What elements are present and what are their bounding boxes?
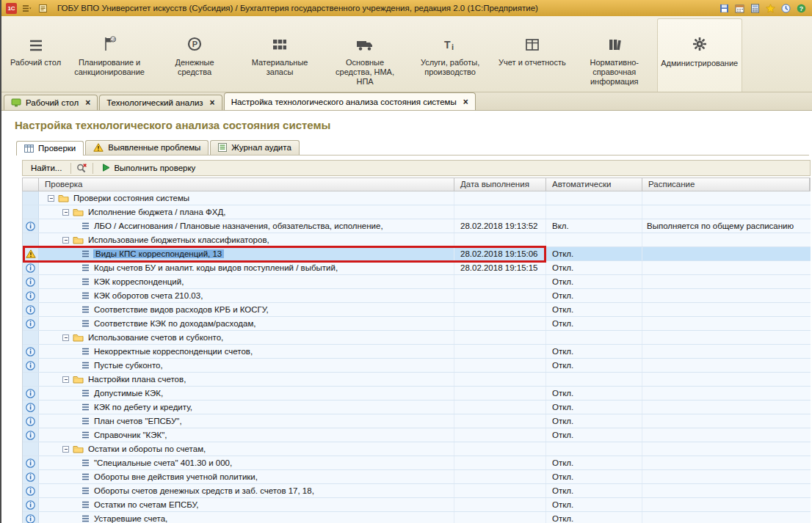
info-icon[interactable] bbox=[23, 498, 39, 511]
table-row[interactable]: Использование бюджетных классификаторов, bbox=[23, 233, 811, 247]
find-button[interactable]: Найти... bbox=[27, 163, 65, 173]
ribbon-section-accounting[interactable]: Учет и отчетность bbox=[493, 16, 572, 92]
info-icon[interactable] bbox=[23, 387, 39, 400]
table-row[interactable]: Обороты вне действия учетной политики,От… bbox=[23, 470, 811, 484]
tab-tech-settings[interactable]: Настройка технологического анализа состо… bbox=[224, 92, 476, 110]
tab-close-icon[interactable]: × bbox=[85, 98, 90, 108]
service-menu-icon[interactable] bbox=[37, 2, 49, 15]
favorites-icon[interactable] bbox=[764, 2, 777, 15]
main-menu-icon[interactable] bbox=[21, 2, 33, 15]
table-row[interactable]: Остатки и обороты по счетам, bbox=[23, 442, 811, 456]
schedule-cell bbox=[642, 387, 811, 400]
date-cell: 28.02.2018 19:15:15 bbox=[454, 261, 546, 274]
table-row[interactable]: Соответствие видов расходов КРБ и КОСГУ,… bbox=[23, 303, 811, 317]
tab-tech-analysis[interactable]: Технологический анализ× bbox=[99, 95, 222, 110]
table-row[interactable]: План счетов "ЕПСБУ",Откл. bbox=[23, 414, 811, 428]
table-row[interactable]: Проверки состояния системы bbox=[23, 191, 811, 205]
ribbon-section-administration[interactable]: Администрирование bbox=[657, 18, 742, 92]
table-row[interactable]: ЛБО / Ассигнования / Плановые назначения… bbox=[23, 219, 811, 233]
table-row[interactable]: Пустые субконто,Откл. bbox=[23, 359, 811, 373]
ribbon-section-planning[interactable]: 18Планирование и санкционирование bbox=[67, 16, 152, 92]
run-check-button[interactable]: Выполнить проверку bbox=[98, 163, 199, 174]
info-icon[interactable] bbox=[23, 512, 39, 523]
date-cell bbox=[454, 442, 546, 456]
ribbon-section-assets[interactable]: Основные средства, НМА, НПА bbox=[322, 16, 407, 92]
check-name-cell: Использование бюджетных классификаторов, bbox=[39, 233, 454, 246]
schedule-cell bbox=[642, 303, 811, 316]
history-icon[interactable] bbox=[780, 2, 792, 15]
auto-cell: Откл. bbox=[546, 303, 642, 316]
schedule-cell bbox=[642, 470, 811, 483]
ribbon-section-desktop[interactable]: Рабочий стол bbox=[4, 16, 67, 92]
auto-cell: Откл. bbox=[546, 456, 642, 469]
tab-close-icon[interactable]: × bbox=[463, 97, 468, 107]
ribbon-section-services[interactable]: ТiУслуги, работы, производство bbox=[407, 16, 493, 92]
table-row[interactable]: Использование счетов и субконто, bbox=[23, 331, 811, 345]
info-icon[interactable] bbox=[23, 289, 39, 302]
table-row[interactable]: Коды счетов БУ и аналит. коды видов пост… bbox=[23, 261, 811, 275]
tab-close-icon[interactable]: × bbox=[210, 98, 215, 108]
check-label: Обороты вне действия учетной политики, bbox=[93, 472, 258, 481]
info-icon[interactable] bbox=[23, 428, 39, 442]
subtab-audit[interactable]: Журнал аудита bbox=[210, 140, 299, 155]
check-name-cell: Проверки состояния системы bbox=[39, 191, 454, 205]
table-row[interactable]: Допустимые КЭК,Откл. bbox=[23, 387, 811, 401]
expander-icon[interactable] bbox=[62, 209, 69, 216]
info-icon[interactable] bbox=[23, 275, 39, 288]
info-icon[interactable] bbox=[23, 219, 39, 233]
schedule-cell bbox=[642, 261, 811, 274]
subtab-checks[interactable]: Проверки bbox=[16, 141, 84, 156]
ribbon-section-money[interactable]: PДенежные средства bbox=[152, 16, 237, 92]
auto-cell: Откл. bbox=[546, 512, 642, 523]
info-icon[interactable] bbox=[23, 317, 39, 330]
help-icon[interactable]: ? bbox=[795, 2, 808, 15]
column-header[interactable]: Автоматически bbox=[546, 178, 642, 191]
auto-cell: Вкл. bbox=[546, 219, 642, 233]
info-icon[interactable] bbox=[23, 303, 39, 316]
info-icon[interactable] bbox=[23, 401, 39, 414]
table-row[interactable]: "Специальные счета" 401.30 и 000,Откл. bbox=[23, 456, 811, 470]
table-row[interactable]: Устаревшие счета,Откл. bbox=[23, 512, 811, 523]
expander-icon[interactable] bbox=[62, 334, 69, 341]
column-header[interactable]: Расписание bbox=[642, 178, 810, 191]
auto-cell: Откл. bbox=[546, 359, 642, 372]
calculator-icon[interactable] bbox=[749, 2, 761, 15]
tab-desktop[interactable]: Рабочий стол× bbox=[4, 95, 98, 110]
schedule-cell bbox=[642, 359, 811, 372]
ribbon-section-materials[interactable]: Материальные запасы bbox=[237, 16, 322, 92]
expander-icon[interactable] bbox=[62, 237, 69, 244]
table-row[interactable]: Остатки по счетам ЕПСБУ,Откл. bbox=[23, 498, 811, 512]
clear-search-icon[interactable] bbox=[76, 163, 87, 173]
save-icon[interactable] bbox=[718, 2, 731, 15]
expander-icon[interactable] bbox=[62, 376, 69, 383]
date-cell bbox=[454, 359, 546, 372]
table-row[interactable]: КЭК корреспонденций,Откл. bbox=[23, 275, 811, 289]
table-row[interactable]: Некорректные корреспонденции счетов,Откл… bbox=[23, 345, 811, 359]
schedule-cell bbox=[642, 191, 811, 205]
table-row[interactable]: Исполнение бюджета / плана ФХД, bbox=[23, 205, 811, 219]
table-row[interactable]: Справочник "КЭК",Откл. bbox=[23, 428, 811, 442]
info-icon[interactable] bbox=[23, 484, 39, 497]
check-label: ЛБО / Ассигнования / Плановые назначения… bbox=[93, 222, 384, 230]
table-row[interactable]: Виды КПС корреспонденций, 1328.02.2018 1… bbox=[23, 247, 811, 261]
column-header[interactable]: Проверка bbox=[39, 178, 454, 191]
warning-icon[interactable] bbox=[23, 247, 39, 260]
table-row[interactable]: Обороты счетов денежных средств и заб. с… bbox=[23, 484, 811, 498]
info-icon[interactable] bbox=[23, 359, 39, 372]
table-row[interactable]: Настройки плана счетов, bbox=[23, 373, 811, 387]
info-icon[interactable] bbox=[23, 414, 39, 428]
info-icon[interactable] bbox=[23, 261, 39, 274]
column-header[interactable]: Дата выполнения bbox=[454, 178, 546, 191]
table-row[interactable]: КЭК по дебету и кредиту,Откл. bbox=[23, 401, 811, 414]
expander-icon[interactable] bbox=[62, 446, 69, 453]
info-icon[interactable] bbox=[23, 456, 39, 469]
check-name-cell: КЭК по дебету и кредиту, bbox=[39, 401, 454, 414]
expander-icon[interactable] bbox=[48, 195, 54, 202]
table-row[interactable]: Соответствие КЭК по доходам/расходам,Отк… bbox=[23, 317, 811, 331]
table-row[interactable]: КЭК оборотов счета 210.03,Откл. bbox=[23, 289, 811, 303]
info-icon[interactable] bbox=[23, 345, 39, 358]
info-icon[interactable] bbox=[23, 470, 39, 483]
calendar-icon[interactable] bbox=[733, 2, 746, 15]
subtab-problems[interactable]: Выявленные проблемы bbox=[85, 140, 209, 155]
ribbon-section-reference[interactable]: Нормативно-справочная информация bbox=[572, 16, 657, 92]
